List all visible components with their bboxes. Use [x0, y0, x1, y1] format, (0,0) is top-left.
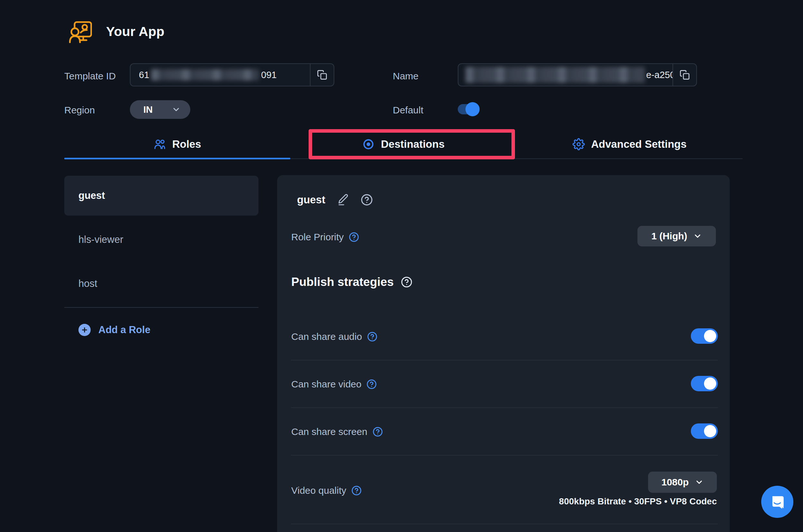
- can-share-screen-toggle[interactable]: [691, 423, 718, 439]
- copy-icon: [317, 70, 327, 80]
- gear-icon: [573, 138, 585, 150]
- presenter-board-icon: [69, 20, 92, 43]
- can-share-video-toggle[interactable]: [691, 376, 718, 391]
- sidebar-item-guest[interactable]: guest: [64, 176, 259, 215]
- help-circle-icon[interactable]: [367, 379, 377, 390]
- region-value: IN: [143, 104, 153, 115]
- role-priority-select[interactable]: 1 (High): [637, 226, 716, 246]
- region-label: Region: [64, 105, 95, 116]
- chevron-down-icon: [693, 232, 702, 241]
- divider: [291, 524, 718, 524]
- tab-bar: Roles Destinations Advanced Settings: [64, 130, 743, 159]
- video-quality-select[interactable]: 1080p: [648, 472, 717, 493]
- add-role-button[interactable]: Add a Role: [78, 324, 150, 336]
- chat-bubble-icon: [769, 493, 786, 510]
- role-priority-label: Role Priority: [291, 232, 359, 243]
- chat-launcher-button[interactable]: [761, 486, 793, 518]
- redacted-text: [465, 67, 645, 83]
- users-icon: [154, 138, 166, 150]
- chevron-down-icon: [695, 478, 704, 487]
- pencil-icon[interactable]: [337, 194, 349, 206]
- app-window: Your App Template ID 61 091 Name e-a250 …: [0, 0, 803, 532]
- name-value: e-a250: [459, 64, 672, 86]
- publish-strategies-heading: Publish strategies: [291, 275, 412, 289]
- tab-destinations[interactable]: Destinations: [290, 130, 516, 158]
- redacted-text: [151, 69, 259, 81]
- name-field[interactable]: e-a250: [458, 63, 697, 87]
- region-select[interactable]: IN: [130, 100, 190, 119]
- default-label: Default: [393, 105, 423, 116]
- divider: [291, 407, 718, 408]
- can-share-screen-label: Can share screen: [291, 426, 383, 437]
- app-header: Your App: [69, 20, 165, 43]
- help-circle-icon[interactable]: [351, 486, 362, 496]
- page-title: Your App: [106, 24, 165, 39]
- tab-roles[interactable]: Roles: [64, 130, 290, 158]
- sidebar-item-hls-viewer[interactable]: hls-viewer: [78, 234, 124, 245]
- can-share-audio-toggle[interactable]: [691, 328, 718, 344]
- role-detail-header: guest: [297, 194, 373, 206]
- divider: [291, 455, 718, 456]
- help-circle-icon[interactable]: [361, 194, 373, 206]
- template-id-label: Template ID: [64, 71, 116, 82]
- active-tab-indicator: [64, 158, 290, 159]
- tab-destinations-label: Destinations: [381, 138, 445, 150]
- help-circle-icon[interactable]: [349, 232, 359, 242]
- sidebar-item-host[interactable]: host: [78, 278, 97, 289]
- copy-template-id-button[interactable]: [310, 64, 334, 86]
- video-quality-value: 1080p: [661, 477, 689, 488]
- toggle-knob: [704, 425, 716, 437]
- copy-icon: [679, 70, 690, 80]
- tab-advanced-settings[interactable]: Advanced Settings: [517, 130, 743, 158]
- radio-dot-icon: [362, 138, 374, 150]
- role-detail-panel: guest Role Priority 1 (High) Publish str…: [277, 175, 730, 532]
- toggle-knob: [704, 330, 716, 342]
- can-share-video-label: Can share video: [291, 379, 377, 390]
- default-toggle[interactable]: [458, 103, 477, 115]
- chevron-down-icon: [172, 105, 181, 114]
- template-id-value: 61 091: [131, 64, 310, 86]
- tab-advanced-settings-label: Advanced Settings: [591, 138, 687, 150]
- name-label: Name: [393, 71, 418, 82]
- copy-name-button[interactable]: [672, 64, 696, 86]
- divider: [64, 307, 259, 308]
- role-name: guest: [297, 194, 325, 206]
- plus-circle-icon: [78, 324, 91, 336]
- toggle-knob: [704, 378, 716, 390]
- template-id-field[interactable]: 61 091: [130, 63, 334, 87]
- video-quality-label: Video quality: [291, 485, 362, 496]
- can-share-audio-label: Can share audio: [291, 331, 377, 342]
- help-circle-icon[interactable]: [373, 426, 383, 437]
- help-circle-icon[interactable]: [367, 331, 377, 342]
- role-priority-value: 1 (High): [651, 231, 687, 242]
- tab-roles-label: Roles: [172, 138, 201, 150]
- add-role-label: Add a Role: [98, 324, 150, 336]
- help-circle-icon[interactable]: [401, 276, 412, 288]
- video-quality-details: 800kbps Bitrate • 30FPS • VP8 Codec: [559, 496, 717, 507]
- divider: [291, 360, 718, 360]
- toggle-knob: [465, 102, 480, 116]
